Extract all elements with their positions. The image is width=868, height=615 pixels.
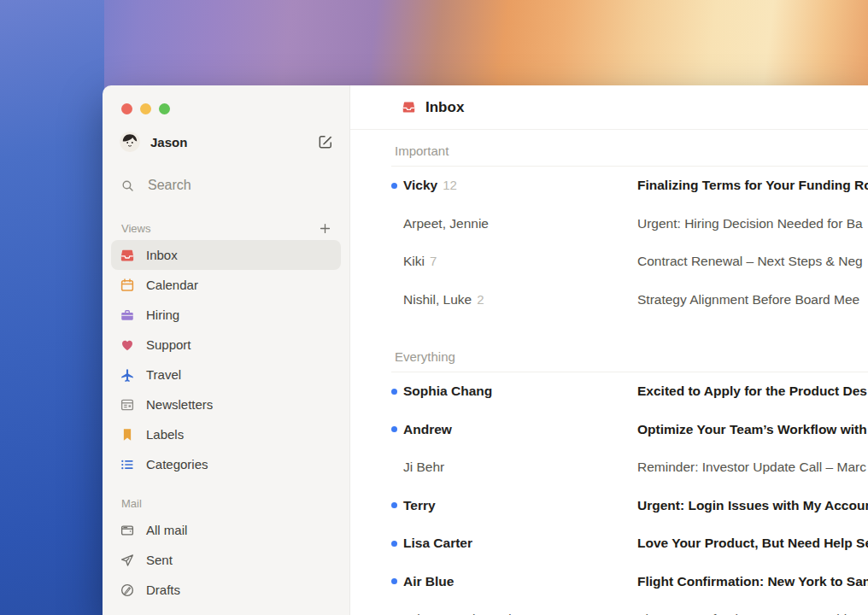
sidebar-item-calendar[interactable]: Calendar xyxy=(111,270,341,300)
sender-cell: Lisa Carter xyxy=(397,536,637,551)
section-label: Mail xyxy=(121,497,142,510)
unread-dot xyxy=(391,541,397,547)
email-row[interactable]: Kiki7Contract Renewal – Next Steps & Neg xyxy=(350,243,868,281)
sidebar-item-label: Sent xyxy=(146,553,173,567)
sender-cell: Kiki7 xyxy=(397,254,637,269)
sender-name: Terry xyxy=(403,498,436,513)
email-row[interactable]: Ji BehrReminder: Investor Update Call – … xyxy=(350,448,868,487)
sender-name: Kiki xyxy=(403,254,425,269)
newspaper-icon xyxy=(120,397,135,413)
inbox-icon xyxy=(402,100,416,114)
sidebar-item-label: Hiring xyxy=(146,308,179,322)
avatar xyxy=(120,132,140,152)
sidebar-item-inbox[interactable]: Inbox xyxy=(111,240,341,270)
sidebar-item-hiring[interactable]: Hiring xyxy=(111,300,341,330)
sender-cell: Andrew xyxy=(397,422,637,437)
sidebar-item-label: Support xyxy=(146,337,191,352)
sidebar-item-label: Labels xyxy=(146,427,184,442)
mail-app-window: Jason Search ViewsInboxCalendarHiringSup… xyxy=(103,85,868,615)
page-title: Inbox xyxy=(425,99,464,116)
email-row[interactable]: Arpeet, JennieUrgent: Hiring Decision Ne… xyxy=(350,205,868,243)
sidebar-item-categories[interactable]: Categories xyxy=(111,449,341,479)
sidebar-item-labels[interactable]: Labels xyxy=(111,419,341,449)
sidebar-item-label: Categories xyxy=(146,457,208,472)
email-row[interactable]: Vicky12Finalizing Terms for Your Funding… xyxy=(350,167,868,205)
email-subject: Flight Confirmation: New York to San xyxy=(637,574,868,589)
sidebar-item-sent[interactable]: Sent xyxy=(111,545,341,575)
unread-dot xyxy=(391,183,397,189)
list-icon xyxy=(120,457,135,472)
email-row[interactable]: AndrewOptimize Your Team’s Workflow with xyxy=(350,411,868,449)
sender-name: Vicky xyxy=(403,178,437,193)
bookmark-icon xyxy=(120,427,135,442)
user-name: Jason xyxy=(150,135,317,149)
section-label: Views xyxy=(121,222,150,235)
sender-cell: Ji Behr xyxy=(397,460,637,475)
sender-cell: Arpeet, Jennie xyxy=(397,216,637,231)
email-row[interactable]: TerryUrgent: Login Issues with My Accoun xyxy=(350,487,868,525)
add-view-button[interactable] xyxy=(318,221,332,236)
email-row[interactable]: Lisa CarterLove Your Product, But Need H… xyxy=(350,524,868,563)
sidebar-item-label: Drafts xyxy=(146,583,180,597)
sidebar-item-spam[interactable]: Spam xyxy=(111,605,341,615)
thread-count: 7 xyxy=(430,254,437,268)
sidebar-item-support[interactable]: Support xyxy=(111,330,341,360)
sender-name: Air Blue xyxy=(403,574,454,589)
unread-dot xyxy=(391,389,397,395)
heart-icon xyxy=(120,337,135,353)
sidebar-item-drafts[interactable]: Drafts xyxy=(111,575,341,605)
main-header: Inbox xyxy=(350,85,868,130)
sender-name: Ji Behr xyxy=(403,460,444,475)
search-placeholder: Search xyxy=(148,178,191,193)
sidebar-item-list: InboxCalendarHiringSupportTravelNewslett… xyxy=(103,240,349,479)
minimize-button[interactable] xyxy=(140,103,151,114)
email-subject: Contract Renewal – Next Steps & Neg xyxy=(637,254,868,269)
email-subject: Love Your Product, But Need Help Se xyxy=(637,536,868,551)
sender-cell: Vicky12 xyxy=(397,178,637,193)
email-row[interactable]: Air BlueFlight Confirmation: New York to… xyxy=(350,563,868,601)
sidebar-item-label: Calendar xyxy=(146,278,198,292)
search-input[interactable]: Search xyxy=(120,178,349,193)
email-section-label: Important xyxy=(350,130,868,166)
sidebar-item-label: All mail xyxy=(146,523,187,537)
briefcase-icon xyxy=(120,308,135,323)
sidebar: Jason Search ViewsInboxCalendarHiringSup… xyxy=(103,85,350,615)
email-subject: Reminder: Investor Update Call – Marc xyxy=(637,460,868,475)
email-row[interactable]: Sophia ChangExcited to Apply for the Pro… xyxy=(350,372,868,411)
sidebar-item-all-mail[interactable]: All mail xyxy=(111,515,341,545)
sender-cell: Nishil, Luke2 xyxy=(397,292,637,308)
sidebar-sections: ViewsInboxCalendarHiringSupportTravelNew… xyxy=(103,220,349,615)
window-controls xyxy=(103,85,349,114)
sender-name: Sophia Chang xyxy=(403,384,492,399)
sidebar-item-label: Inbox xyxy=(146,248,178,262)
sender-name: Andrew xyxy=(403,422,452,437)
email-section-everything: EverythingSophia ChangExcited to Apply f… xyxy=(350,319,868,615)
profile-row: Jason xyxy=(120,132,334,152)
compose-button[interactable] xyxy=(317,133,334,150)
sender-name: Johnny Appleseed xyxy=(403,612,512,615)
unread-dot xyxy=(391,426,397,432)
email-list: ImportantVicky12Finalizing Terms for You… xyxy=(350,130,868,615)
maximize-button[interactable] xyxy=(159,103,170,114)
sidebar-item-travel[interactable]: Travel xyxy=(111,360,341,390)
sender-cell: Air Blue xyxy=(397,574,637,589)
sender-name: Lisa Carter xyxy=(403,536,472,551)
search-icon xyxy=(120,179,135,193)
email-subject: Optimize Your Team’s Workflow with xyxy=(637,422,868,437)
sender-name: Arpeet, Jennie xyxy=(403,216,489,231)
close-button[interactable] xyxy=(121,103,132,114)
email-row[interactable]: Johnny AppleseedThe Power of AI in Comme… xyxy=(350,600,868,615)
section-header-mail: Mail xyxy=(103,495,349,512)
thread-count: 2 xyxy=(477,292,484,307)
unread-dot xyxy=(391,502,397,508)
email-subject: Strategy Alignment Before Board Mee xyxy=(637,292,868,308)
email-row[interactable]: Nishil, Luke2Strategy Alignment Before B… xyxy=(350,281,868,319)
wallpaper-blue-strip xyxy=(0,0,104,615)
section-header-views: Views xyxy=(103,220,349,237)
paper-plane-icon xyxy=(120,553,135,568)
sender-cell: Sophia Chang xyxy=(397,384,637,399)
calendar-icon xyxy=(120,278,135,293)
sidebar-item-newsletters[interactable]: Newsletters xyxy=(111,390,341,419)
email-section-important: ImportantVicky12Finalizing Terms for You… xyxy=(350,130,868,319)
airplane-icon xyxy=(120,367,135,383)
